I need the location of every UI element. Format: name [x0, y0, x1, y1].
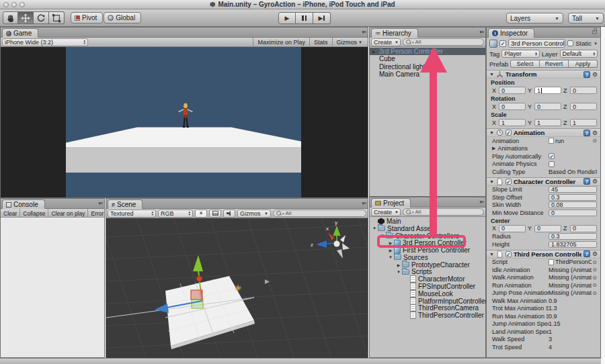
project-item[interactable]: ▼Standard Assets: [370, 225, 485, 232]
component-enabled-checkbox[interactable]: ✓: [506, 179, 512, 185]
play-button[interactable]: ▶: [278, 12, 296, 24]
color-mode-dropdown[interactable]: RGB ▴▾: [158, 210, 193, 218]
culling-type-dropdown[interactable]: Based On Render: [549, 169, 595, 175]
game-gizmos-dropdown[interactable]: Gizmos▼: [332, 38, 366, 47]
active-checkbox[interactable]: ✓: [499, 40, 506, 47]
help-icon[interactable]: ?: [583, 130, 590, 136]
position-z-field[interactable]: 0: [570, 87, 597, 94]
property-value[interactable]: 1.832705: [549, 241, 597, 248]
property-value[interactable]: 0.9: [549, 298, 597, 304]
property-value[interactable]: 4: [549, 344, 597, 351]
gear-icon[interactable]: ⚙: [592, 251, 598, 257]
character-controller-header[interactable]: ▼ ✓ Character Controller ? ⚙: [487, 177, 600, 186]
property-value[interactable]: 0: [549, 210, 597, 216]
console-button[interactable]: Clear on play: [48, 209, 88, 218]
scene-lighting-toggle[interactable]: ☀: [195, 210, 207, 218]
stats-button[interactable]: Stats: [309, 38, 332, 47]
property-value[interactable]: 45: [549, 186, 597, 193]
tab-console[interactable]: Console: [2, 199, 45, 209]
prefab-apply-button[interactable]: Apply: [569, 60, 598, 68]
expander-icon[interactable]: ▶: [372, 49, 379, 54]
position-y-field[interactable]: 1: [534, 87, 561, 94]
tag-dropdown[interactable]: Player ▴▾: [501, 50, 539, 58]
project-item[interactable]: ▼Sources: [370, 254, 485, 261]
layer-dropdown[interactable]: Default ▴▾: [560, 50, 598, 58]
zoom-window-button[interactable]: [19, 2, 25, 7]
transform-component-header[interactable]: ▼ Transform ? ⚙: [487, 70, 600, 79]
scale-x-field[interactable]: 1: [499, 119, 526, 126]
property-value[interactable]: 1: [549, 328, 597, 335]
project-item[interactable]: FPSInputController: [370, 283, 485, 290]
global-toggle-button[interactable]: Global: [104, 12, 141, 24]
project-item[interactable]: Main: [370, 218, 485, 225]
gear-icon[interactable]: ⚙: [592, 178, 598, 185]
script-value[interactable]: ThirdPersonCc: [555, 259, 592, 265]
rotation-z-field[interactable]: 0: [570, 103, 597, 110]
gear-icon[interactable]: ⚙: [592, 130, 598, 136]
project-item[interactable]: ThirdPersonController: [370, 312, 485, 319]
center-y-field[interactable]: 0: [534, 225, 561, 232]
sun-gizmo-icon[interactable]: [235, 285, 241, 291]
expander-icon[interactable]: ▼: [395, 270, 402, 274]
animation-component-header[interactable]: ▼ ✓ Animation ? ⚙: [487, 128, 600, 137]
animation-clip-value[interactable]: run: [555, 138, 592, 144]
foldout-icon[interactable]: ▶: [492, 146, 495, 151]
project-item[interactable]: ▼Scripts: [370, 269, 485, 276]
audio-toggle[interactable]: [223, 210, 235, 218]
help-icon[interactable]: ?: [583, 178, 590, 185]
animations-foldout-row[interactable]: ▶ Animations: [487, 145, 600, 153]
prefab-revert-button[interactable]: Revert: [540, 60, 569, 68]
minimize-window-button[interactable]: [11, 2, 17, 7]
aspect-ratio-dropdown[interactable]: iPhone Wide (3:2) ▴▾: [2, 38, 88, 46]
project-item[interactable]: PlatformInputController: [370, 298, 485, 305]
project-create-dropdown[interactable]: Create ▼: [371, 208, 401, 216]
object-reference-value[interactable]: Missing (Animatio: [549, 282, 592, 289]
tab-scene[interactable]: # Scene: [108, 199, 143, 209]
property-value[interactable]: 0.3: [549, 194, 597, 201]
object-picker-icon[interactable]: ⊙: [592, 259, 597, 265]
property-value[interactable]: 0.9: [549, 313, 597, 320]
help-icon[interactable]: ?: [583, 251, 590, 257]
console-button[interactable]: Collapse: [20, 209, 48, 218]
foldout-icon[interactable]: ▼: [489, 252, 494, 257]
project-item[interactable]: ThirdPersonCamera: [370, 305, 485, 312]
tab-project[interactable]: Project: [371, 198, 411, 208]
object-reference-value[interactable]: Missing (Animatio: [549, 274, 592, 281]
object-picker-icon[interactable]: ⊙: [592, 282, 597, 288]
project-item[interactable]: CharacterMotor: [370, 275, 485, 283]
panel-menu-icon[interactable]: ▾≡: [479, 30, 483, 35]
layout-dropdown[interactable]: Tall ▼: [568, 13, 604, 24]
component-enabled-checkbox[interactable]: ✓: [506, 251, 512, 257]
property-value[interactable]: 3: [549, 336, 597, 343]
property-value[interactable]: 0.08: [549, 201, 597, 208]
tab-hierarchy[interactable]: ≔ Hierarchy: [371, 28, 418, 38]
center-x-field[interactable]: 0: [499, 225, 526, 232]
hierarchy-create-dropdown[interactable]: Create ▼: [371, 38, 401, 46]
object-picker-icon[interactable]: ⊙: [592, 290, 597, 296]
position-x-field[interactable]: 0: [499, 87, 526, 94]
scene-search-input[interactable]: ▾ All: [273, 210, 366, 217]
prefab-select-button[interactable]: Select: [510, 60, 540, 68]
scale-z-field[interactable]: 1: [570, 119, 597, 126]
component-enabled-checkbox[interactable]: ✓: [506, 130, 512, 136]
console-button[interactable]: Clear: [1, 209, 20, 218]
layers-dropdown[interactable]: Layers ▼: [506, 13, 563, 24]
chevron-down-icon[interactable]: ▼: [594, 42, 598, 46]
tab-inspector[interactable]: i Inspector: [488, 28, 534, 38]
static-checkbox[interactable]: [567, 40, 573, 46]
step-button[interactable]: ▶: [313, 12, 331, 24]
tab-game[interactable]: Game: [2, 28, 38, 38]
foldout-icon[interactable]: ▼: [489, 72, 494, 77]
foldout-icon[interactable]: ▼: [489, 130, 494, 135]
project-search-input[interactable]: ▾ All: [403, 208, 484, 216]
object-picker-icon[interactable]: ⊙: [592, 267, 597, 273]
move-tool-button[interactable]: [18, 11, 34, 24]
scale-tool-button[interactable]: [49, 11, 65, 24]
pause-button[interactable]: [296, 12, 313, 24]
pivot-toggle-button[interactable]: Pivot: [71, 12, 103, 24]
render-mode-dropdown[interactable]: Textured ▴▾: [108, 210, 156, 218]
expander-icon[interactable]: ▶: [395, 263, 402, 267]
property-value[interactable]: 0.3: [549, 233, 597, 240]
rotation-y-field[interactable]: 0: [534, 103, 561, 110]
hand-tool-button[interactable]: [3, 11, 18, 24]
